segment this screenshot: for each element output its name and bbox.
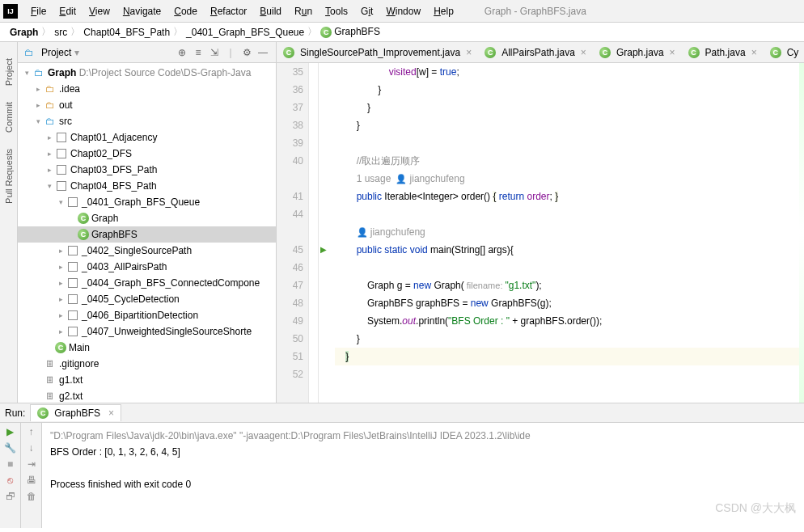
run-output[interactable]: "D:\Program Files\Java\jdk-20\bin\java.e…	[42, 423, 804, 528]
menu-run[interactable]: Run	[288, 2, 319, 20]
menu-build[interactable]: Build	[253, 2, 288, 20]
exit-icon[interactable]: ⎋	[7, 475, 13, 486]
crumb-root[interactable]: Graph	[6, 27, 41, 38]
tab-cy[interactable]: CCy	[764, 42, 804, 62]
tab-ap[interactable]: CAllPairsPath.java×	[478, 42, 593, 62]
menu-help[interactable]: Help	[427, 2, 460, 20]
author-hint[interactable]: 👤 jiangchufeng	[357, 227, 425, 237]
tree-src[interactable]: ▾🗀src	[18, 113, 276, 129]
wrench-icon[interactable]: 🔧	[4, 442, 16, 454]
crumb-src[interactable]: src	[51, 27, 70, 38]
tree-ch1[interactable]: ▸Chapt01_Adjacency	[18, 129, 276, 146]
close-icon[interactable]: ×	[108, 407, 114, 419]
tree-0402[interactable]: ▸_0402_SingleSourcePath	[18, 243, 276, 259]
menu-bar: IJ File Edit View Navigate Code Refactor…	[0, 0, 804, 23]
usage-hint[interactable]: 1 usage 👤 jiangchufeng	[357, 174, 465, 184]
tree-0406[interactable]: ▸_0406_BipartitionDetection	[18, 307, 276, 323]
crumb-file[interactable]: CGraphBFS	[317, 26, 383, 38]
tree-0407[interactable]: ▸_0407_UnweightedSingleSourceShorte	[18, 323, 276, 340]
up-icon[interactable]: ↑	[29, 426, 34, 437]
code-area[interactable]: 353637383940 4144 4546474849505152 ▶ vis…	[277, 63, 804, 403]
project-label[interactable]: Project	[41, 47, 71, 58]
run-panel: Run: CGraphBFS× ▶ 🔧 ■ ⎋ 🗗 ↑ ↓ ⇥ 🖶 🗑 "D:\…	[0, 403, 804, 528]
project-tree[interactable]: ▾🗀Graph D:\Project Source Code\DS-Graph-…	[18, 63, 276, 403]
menu-edit[interactable]: Edit	[53, 2, 83, 20]
tree-root[interactable]: ▾🗀Graph D:\Project Source Code\DS-Graph-…	[18, 65, 276, 81]
tree-g2[interactable]: 🗏g2.txt	[18, 388, 276, 403]
left-toolwindows: Project Commit Pull Requests	[0, 42, 18, 403]
menu-git[interactable]: Git	[354, 2, 379, 20]
menu-tools[interactable]: Tools	[319, 2, 354, 20]
tree-out[interactable]: ▸🗀out	[18, 97, 276, 113]
fold-gutter[interactable]	[309, 63, 319, 403]
tree-ch4[interactable]: ▾Chapt04_BFS_Path	[18, 178, 276, 194]
run-line-icon[interactable]: ▶	[320, 241, 327, 259]
hide-icon[interactable]: —	[255, 44, 271, 61]
code-body[interactable]: visited[w] = true; } } } //取出遍历顺序 1 usag…	[332, 63, 799, 403]
folder-icon: 🗀	[23, 46, 36, 59]
tool-pullreq[interactable]: Pull Requests	[4, 149, 14, 204]
tree-0405[interactable]: ▸_0405_CycleDetection	[18, 291, 276, 307]
tool-commit[interactable]: Commit	[4, 102, 14, 133]
menu-refactor[interactable]: Refactor	[204, 2, 253, 20]
editor-tabs: CSingleSourcePath_Improvement.java× CAll…	[277, 42, 804, 63]
tree-gitignore[interactable]: 🗏.gitignore	[18, 356, 276, 372]
menu-navigate[interactable]: Navigate	[116, 2, 167, 20]
tree-ch3[interactable]: ▸Chapt03_DFS_Path	[18, 162, 276, 178]
tool-project[interactable]: Project	[4, 58, 14, 86]
select-icon[interactable]: ≡	[190, 44, 206, 61]
trash-icon[interactable]: 🗑	[27, 491, 36, 502]
crumb-pkg[interactable]: _0401_Graph_BFS_Queue	[183, 27, 307, 38]
editor: CSingleSourcePath_Improvement.java× CAll…	[277, 42, 804, 403]
tree-cls-graphbfs[interactable]: CGraphBFS	[18, 226, 276, 243]
gear-icon[interactable]: ⚙	[239, 44, 255, 61]
run-label: Run:	[5, 407, 25, 419]
app-icon: IJ	[3, 4, 18, 19]
tree-g1[interactable]: 🗏g1.txt	[18, 372, 276, 388]
editor-minimap[interactable]	[799, 63, 804, 403]
run-icon[interactable]: ▶	[6, 426, 14, 437]
menu-file[interactable]: File	[24, 2, 53, 20]
menu-window[interactable]: Window	[379, 2, 427, 20]
tab-path[interactable]: CPath.java×	[682, 42, 764, 62]
target-icon[interactable]: ⊕	[174, 44, 190, 61]
run-tools-left: ▶ 🔧 ■ ⎋ 🗗	[0, 423, 21, 528]
layout-icon[interactable]: 🗗	[6, 491, 15, 502]
breadcrumb: Graph〉 src〉 Chapt04_BFS_Path〉 _0401_Grap…	[0, 23, 804, 42]
main-area: Project Commit Pull Requests 🗀Project ▾ …	[0, 42, 804, 403]
tab-graph[interactable]: CGraph.java×	[593, 42, 682, 62]
run-tools-right: ↑ ↓ ⇥ 🖶 🗑	[21, 423, 42, 528]
menu-code[interactable]: Code	[167, 2, 204, 20]
menu-view[interactable]: View	[83, 2, 116, 20]
tree-0401[interactable]: ▾_0401_Graph_BFS_Queue	[18, 194, 276, 210]
expand-icon[interactable]: ⇲	[206, 44, 222, 61]
close-icon[interactable]: ×	[670, 47, 675, 58]
tree-cls-graph[interactable]: CGraph	[18, 210, 276, 226]
tree-0403[interactable]: ▸_0403_AllPairsPath	[18, 259, 276, 275]
run-tabs: Run: CGraphBFS×	[0, 403, 804, 423]
tree-ch2[interactable]: ▸Chapt02_DFS	[18, 146, 276, 162]
tree-main[interactable]: CMain	[18, 340, 276, 356]
project-header: 🗀Project ▾ ⊕ ≡ ⇲ | ⚙ —	[18, 42, 276, 63]
tab-ssp[interactable]: CSingleSourcePath_Improvement.java×	[277, 42, 478, 62]
line-numbers: 353637383940 4144 4546474849505152	[277, 63, 309, 403]
close-icon[interactable]: ×	[581, 47, 586, 58]
run-tab-graphbfs[interactable]: CGraphBFS×	[30, 404, 121, 421]
stop-icon[interactable]: ■	[7, 458, 13, 470]
down-icon[interactable]: ↓	[29, 442, 34, 454]
project-panel: 🗀Project ▾ ⊕ ≡ ⇲ | ⚙ — ▾🗀Graph D:\Projec…	[18, 42, 277, 403]
run-gutter[interactable]: ▶	[319, 63, 332, 403]
close-icon[interactable]: ×	[751, 47, 757, 58]
wrap-icon[interactable]: ⇥	[28, 458, 36, 470]
tree-idea[interactable]: ▸🗀.idea	[18, 81, 276, 97]
tree-0404[interactable]: ▸_0404_Graph_BFS_ConnectedCompone	[18, 275, 276, 291]
print-icon[interactable]: 🖶	[27, 475, 36, 486]
crumb-ch[interactable]: Chapt04_BFS_Path	[80, 27, 173, 38]
close-icon[interactable]: ×	[466, 47, 472, 58]
window-title: Graph - GraphBFS.java	[485, 6, 586, 17]
